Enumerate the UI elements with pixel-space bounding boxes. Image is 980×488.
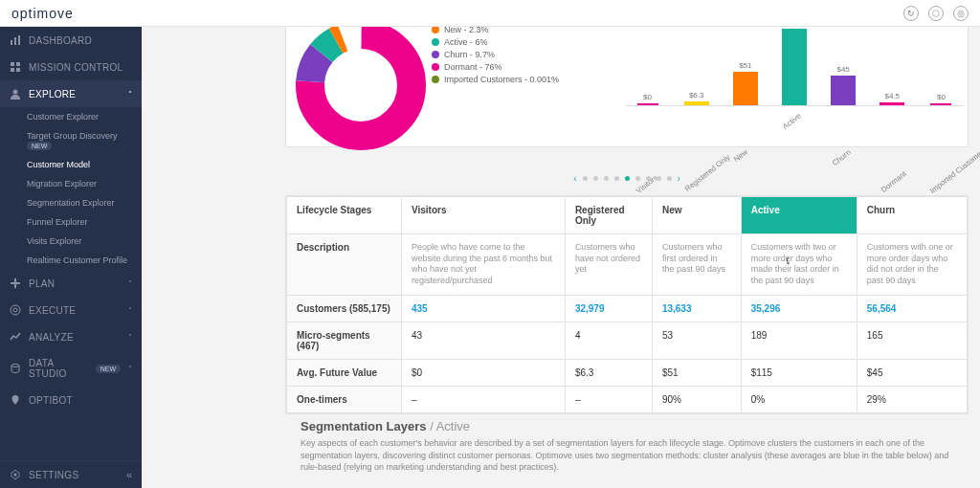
sidebar-sub-segmentation-explorer[interactable]: Segmentation Explorer [0, 193, 142, 212]
sidebar-sub-migration-explorer[interactable]: Migration Explorer [0, 174, 142, 193]
topbar: optimove ↻ ⬡ ◎ [0, 0, 980, 27]
donut-chart: New - 2.3%Active - 6%Churn - 9.7%Dormant… [286, 27, 621, 146]
pager-next[interactable]: › [678, 173, 680, 184]
svg-rect-4 [16, 62, 20, 66]
cell: 189 [741, 322, 857, 359]
sidebar-sub-customer-explorer[interactable]: Customer Explorer [0, 107, 142, 126]
legend-dot [432, 27, 439, 33]
cell: $0 [402, 359, 566, 386]
svg-rect-5 [11, 68, 14, 72]
segmentation-title: Segmentation Layers / Active [301, 419, 953, 433]
sidebar-sub-visits-explorer[interactable]: Visits Explorer [0, 232, 142, 251]
svg-point-13 [14, 474, 17, 477]
pager-dot[interactable] [635, 176, 640, 181]
svg-point-7 [13, 90, 18, 95]
cell: $115 [741, 359, 857, 386]
collapse-icon[interactable]: « [126, 469, 132, 480]
pager-dot[interactable] [625, 176, 630, 181]
sidebar-item-data-studio[interactable]: Data StudioNEW˅ [0, 350, 142, 387]
sidebar-item-mission-control[interactable]: Mission Control [0, 54, 142, 80]
sidebar-sub-funnel-explorer[interactable]: Funnel Explorer [0, 212, 142, 232]
plus-icon [10, 277, 21, 289]
sidebar-sub-realtime-customer-profile[interactable]: Realtime Customer Profile [0, 251, 142, 270]
sidebar-item-plan[interactable]: Plan˅ [0, 270, 142, 297]
lifecycle-table: Lifecycle StagesVisitorsRegistered OnlyN… [286, 196, 968, 413]
bar-col: $45Churn [825, 65, 862, 105]
main: New - 2.3%Active - 6%Churn - 9.7%Dormant… [142, 27, 980, 488]
svg-rect-2 [18, 35, 20, 45]
col-header[interactable]: Visitors [402, 197, 566, 234]
table-row: Micro-segments (467)43453189165 [287, 322, 968, 359]
sidebar-item-explore[interactable]: Explore˄ [0, 80, 142, 107]
cell: 56,564 [857, 295, 967, 322]
cell: 13,633 [652, 295, 741, 322]
cell: 4 [565, 322, 652, 359]
top-charts-card: New - 2.3%Active - 6%Churn - 9.7%Dormant… [285, 27, 969, 147]
settings-label[interactable]: Settings [29, 470, 78, 480]
table-row: Avg. Future Value$0$6.3$51$115$45 [287, 359, 968, 386]
pager-dot[interactable] [646, 176, 651, 181]
col-header[interactable]: Churn [857, 197, 967, 234]
row-label: Description [287, 234, 402, 296]
user-icon [10, 88, 21, 100]
svg-rect-6 [16, 68, 20, 72]
refresh-icon[interactable]: ↻ [903, 6, 919, 21]
col-header[interactable]: Active [741, 197, 857, 234]
new-badge: NEW [96, 365, 121, 373]
gear-icon [10, 304, 21, 316]
legend-row: New - 2.3% [432, 27, 613, 34]
pager: ‹ › [285, 161, 969, 195]
pager-dot[interactable] [667, 176, 672, 181]
cell: Customers with one or more order days wh… [857, 234, 967, 296]
db-icon [10, 363, 21, 374]
chevron-down-icon: ˅ [128, 365, 132, 373]
legend-row: Imported Customers - 0.001% [432, 75, 613, 84]
sidebar-footer: Settings « [0, 460, 142, 488]
cell: 165 [857, 322, 967, 359]
bar-col: $6.3Registered Only [678, 91, 715, 105]
table-row: Customers (585,175)43532,97913,63335,296… [287, 295, 968, 322]
svg-point-11 [11, 305, 20, 315]
pager-prev[interactable]: ‹ [573, 173, 576, 184]
legend-dot [432, 76, 439, 83]
cell: 43 [402, 322, 566, 359]
sidebar-item-execute[interactable]: Execute˅ [0, 297, 142, 323]
legend-row: Dormant - 76% [432, 62, 613, 72]
legend-dot [432, 51, 439, 58]
sidebar-sub-customer-model[interactable]: Customer Model [0, 155, 142, 174]
row-label: Avg. Future Value [287, 359, 402, 386]
col-header[interactable]: Lifecycle Stages [287, 197, 402, 234]
legend-row: Active - 6% [432, 37, 613, 47]
cell: Customers who have not ordered yet [565, 234, 652, 296]
pager-dot[interactable] [614, 176, 619, 181]
pin-icon [10, 394, 21, 406]
sidebar-item-dashboard[interactable]: Dashboard [0, 27, 142, 54]
pager-dot[interactable] [657, 176, 661, 181]
pager-dot[interactable] [583, 176, 588, 181]
bar-col: $0Visitors [629, 93, 666, 105]
sidebar-sub-target-group-discovery[interactable]: Target Group Discovery NEW [0, 126, 142, 155]
row-label: Customers (585,175) [287, 295, 402, 322]
pager-dot[interactable] [593, 176, 598, 181]
segmentation-desc: Key aspects of each customer's behavior … [301, 437, 953, 474]
legend-dot [432, 38, 439, 46]
bar-col: $51New [726, 61, 764, 105]
cell: Customers who first ordered in the past … [652, 234, 741, 296]
col-header[interactable]: Registered Only [565, 197, 652, 234]
legend-row: Churn - 9.7% [432, 50, 613, 59]
sidebar: DashboardMission ControlExplore˄Customer… [0, 27, 142, 488]
pager-dot[interactable] [604, 176, 609, 181]
academy-icon[interactable]: ⬡ [928, 6, 944, 21]
cell: $6.3 [565, 359, 652, 386]
bar-chart: $0Visitors$6.3Registered Only$51NewActiv… [621, 27, 968, 146]
new-badge: NEW [27, 142, 52, 150]
cell: Customers with two or more order days wh… [741, 234, 857, 296]
sidebar-item-optibot[interactable]: Optibot [0, 387, 142, 413]
svg-point-12 [11, 365, 19, 367]
cell: 35,296 [741, 295, 857, 322]
cell: 53 [652, 322, 741, 359]
help-icon[interactable]: ◎ [953, 6, 969, 21]
svg-rect-0 [11, 40, 12, 45]
col-header[interactable]: New [652, 197, 741, 234]
sidebar-item-analyze[interactable]: Analyze˅ [0, 323, 142, 350]
